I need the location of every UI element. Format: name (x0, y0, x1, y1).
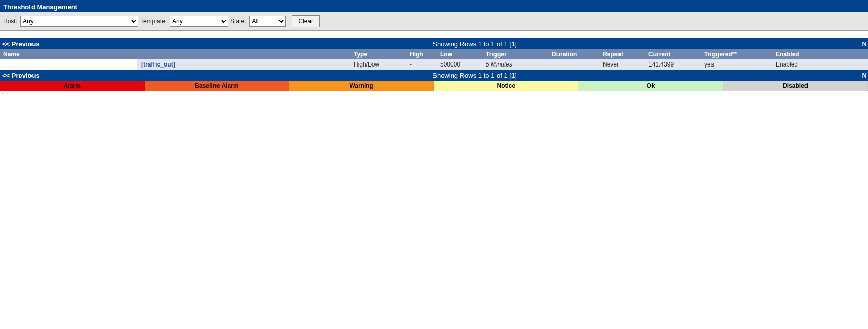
pager-next-bottom[interactable]: N (848, 72, 868, 79)
cell-repeat: Never (600, 59, 645, 70)
filter-bar: Host: Any Template: Any State: All Clear (0, 12, 868, 31)
pager-bottom: << Previous Showing Rows 1 to 1 of 1 [1]… (0, 70, 868, 81)
pager-prev-top[interactable]: << Previous (0, 40, 102, 48)
legend-warning: Warning (289, 81, 434, 91)
cell-enabled: Enabled (772, 59, 868, 70)
legend-disabled: Disabled (723, 81, 868, 91)
col-high[interactable]: High (407, 49, 437, 59)
legend-notice: Notice (434, 81, 579, 91)
state-label: State: (230, 18, 246, 25)
pager-top: << Previous Showing Rows 1 to 1 of 1 [1]… (0, 38, 868, 49)
stray-mark: ' (0, 91, 5, 99)
state-select[interactable]: All (249, 16, 286, 27)
host-label: Host: (3, 18, 17, 25)
host-select[interactable]: Any (20, 16, 138, 27)
bottom-input[interactable] (790, 93, 866, 101)
col-repeat[interactable]: Repeat (600, 49, 645, 59)
cell-trigger: 5 Minutes (483, 59, 549, 70)
threshold-link[interactable]: [traffic_out] (141, 61, 175, 68)
pager-prev-bottom[interactable]: << Previous (0, 72, 102, 79)
template-label: Template: (140, 18, 167, 25)
cell-high: - (407, 59, 437, 70)
cell-current: 141.4399 (645, 59, 701, 70)
table-header-row: Name Type High Low Trigger Duration Repe… (0, 49, 868, 59)
pager-info-bottom: Showing Rows 1 to 1 of 1 [1] (102, 72, 848, 79)
col-triggered[interactable]: Triggered** (701, 49, 772, 59)
col-duration[interactable]: Duration (549, 49, 600, 59)
col-low[interactable]: Low (437, 49, 483, 59)
redacted-area (0, 59, 137, 70)
clear-button[interactable]: Clear (292, 15, 320, 27)
template-select[interactable]: Any (170, 16, 228, 27)
legend-row: Alarm Baseline Alarm Warning Notice Ok D… (0, 81, 868, 91)
table-row[interactable]: [traffic_out] High/Low - 500000 5 Minute… (0, 59, 868, 70)
cell-triggered: yes (701, 59, 772, 70)
cell-low: 500000 (437, 59, 483, 70)
col-enabled[interactable]: Enabled (772, 49, 868, 59)
col-type[interactable]: Type (351, 49, 407, 59)
spacer (0, 31, 868, 38)
cell-duration (549, 59, 600, 70)
col-trigger[interactable]: Trigger (483, 49, 549, 59)
page-title-bar: Threshold Management (0, 2, 868, 12)
col-current[interactable]: Current (645, 49, 701, 59)
threshold-table: Name Type High Low Trigger Duration Repe… (0, 49, 868, 70)
legend-ok: Ok (579, 81, 724, 91)
col-name[interactable]: Name (0, 49, 351, 59)
cell-type: High/Low (351, 59, 407, 70)
page-title: Threshold Management (3, 3, 77, 11)
legend-alarm: Alarm (0, 81, 145, 91)
pager-next-top[interactable]: N (848, 40, 868, 48)
legend-baseline: Baseline Alarm (145, 81, 290, 91)
pager-info-top: Showing Rows 1 to 1 of 1 [1] (102, 40, 848, 48)
cell-name[interactable]: [traffic_out] (0, 59, 351, 70)
